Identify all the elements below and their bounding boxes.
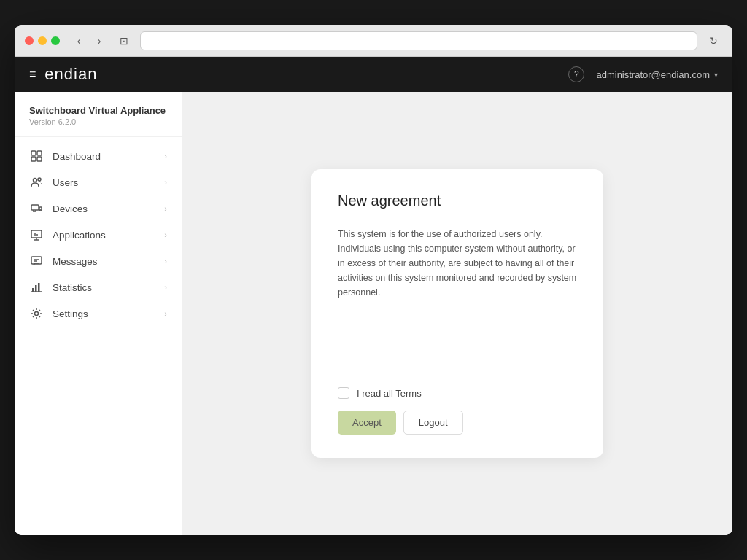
dot-yellow[interactable] — [38, 36, 47, 45]
sidebar-item-settings[interactable]: Settings › — [15, 300, 182, 327]
svg-rect-0 — [31, 151, 36, 155]
browser-window: ‹ › ⊡ ↻ ≡ endian ? administrator@endian.… — [15, 25, 732, 535]
app-container: ≡ endian ? administrator@endian.com ▾ Sw… — [15, 57, 732, 535]
sidebar-item-dashboard[interactable]: Dashboard › — [15, 143, 182, 169]
applications-icon — [29, 229, 44, 241]
sidebar-brand: Switchboard Virtual Appliance Version 6.… — [15, 92, 182, 137]
sidebar-chevron-devices: › — [164, 204, 167, 213]
sidebar-chevron-settings: › — [164, 309, 167, 318]
settings-icon — [29, 308, 44, 319]
sidebar-chevron-users: › — [164, 178, 167, 187]
sidebar-item-messages[interactable]: Messages › — [15, 248, 182, 274]
dot-green[interactable] — [51, 36, 60, 45]
modal-body: This system is for the use of authorized… — [338, 227, 577, 300]
modal-title: New agreement — [338, 192, 577, 209]
sidebar-chevron-applications: › — [164, 230, 167, 239]
brand-name: endian — [44, 65, 97, 84]
svg-rect-12 — [35, 285, 37, 292]
navbar-left: ≡ endian — [29, 65, 97, 84]
svg-rect-2 — [31, 157, 36, 161]
accept-button[interactable]: Accept — [338, 411, 396, 435]
dot-red[interactable] — [25, 36, 34, 45]
svg-rect-9 — [31, 230, 42, 238]
forward-button[interactable]: › — [90, 32, 108, 50]
terms-row: I read all Terms — [338, 387, 577, 399]
back-button[interactable]: ‹ — [70, 32, 88, 50]
address-bar[interactable] — [140, 31, 697, 50]
browser-nav: ‹ › — [70, 32, 108, 50]
devices-icon — [29, 203, 44, 214]
sidebar-item-label-devices: Devices — [53, 203, 164, 214]
browser-dots — [25, 36, 60, 45]
sidebar-chevron-messages: › — [164, 257, 167, 265]
hamburger-icon[interactable]: ≡ — [29, 68, 36, 81]
navbar-right: ? administrator@endian.com ▾ — [568, 66, 718, 82]
sidebar-item-devices[interactable]: Devices › — [15, 195, 182, 222]
svg-point-8 — [40, 209, 41, 210]
sidebar-item-label-applications: Applications — [53, 230, 164, 241]
sidebar-item-applications[interactable]: Applications › — [15, 222, 182, 248]
sidebar-brand-name: Switchboard Virtual Appliance — [29, 105, 167, 116]
browser-chrome: ‹ › ⊡ ↻ — [15, 25, 732, 57]
modal-footer: I read all Terms Accept Logout — [338, 387, 577, 435]
help-icon[interactable]: ? — [568, 66, 584, 82]
users-icon — [29, 176, 44, 188]
modal-card: New agreement This system is for the use… — [311, 169, 603, 458]
messages-icon — [29, 255, 44, 267]
svg-point-14 — [35, 312, 39, 316]
sidebar-nav: Dashboard › Users — [15, 137, 182, 332]
sidebar-version: Version 6.2.0 — [29, 117, 167, 126]
terms-checkbox[interactable] — [338, 387, 349, 399]
main-layout: Switchboard Virtual Appliance Version 6.… — [15, 92, 732, 535]
statistics-icon — [29, 281, 44, 293]
svg-point-5 — [38, 178, 41, 181]
user-email: administrator@endian.com — [596, 69, 710, 80]
refresh-button[interactable]: ↻ — [705, 32, 722, 50]
svg-rect-6 — [31, 205, 39, 210]
chevron-down-icon: ▾ — [714, 71, 718, 79]
svg-point-4 — [34, 179, 37, 182]
svg-rect-13 — [38, 283, 40, 292]
modal-buttons: Accept Logout — [338, 411, 577, 435]
top-navbar: ≡ endian ? administrator@endian.com ▾ — [15, 57, 732, 92]
sidebar-item-statistics[interactable]: Statistics › — [15, 274, 182, 300]
svg-rect-3 — [37, 157, 42, 161]
sidebar-item-label-messages: Messages — [53, 256, 164, 267]
user-menu[interactable]: administrator@endian.com ▾ — [596, 69, 718, 80]
sidebar-item-users[interactable]: Users › — [15, 169, 182, 195]
svg-rect-1 — [37, 151, 42, 155]
tab-button[interactable]: ⊡ — [115, 32, 133, 50]
sidebar-item-label-dashboard: Dashboard — [53, 151, 164, 162]
svg-rect-11 — [32, 288, 34, 292]
sidebar-item-label-settings: Settings — [53, 308, 164, 319]
terms-label: I read all Terms — [357, 388, 422, 399]
sidebar-item-label-users: Users — [53, 177, 164, 188]
dashboard-icon — [29, 150, 44, 162]
logout-button[interactable]: Logout — [403, 411, 463, 435]
sidebar: Switchboard Virtual Appliance Version 6.… — [15, 92, 182, 535]
sidebar-item-label-statistics: Statistics — [53, 282, 164, 293]
content-area: New agreement This system is for the use… — [182, 92, 732, 535]
sidebar-chevron-dashboard: › — [164, 152, 167, 160]
sidebar-chevron-statistics: › — [164, 283, 167, 292]
